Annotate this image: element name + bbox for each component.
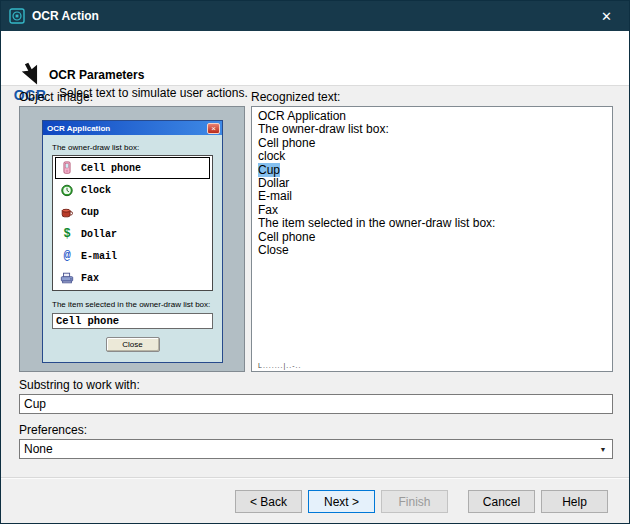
back-button[interactable]: < Back [235, 490, 302, 513]
cancel-button[interactable]: Cancel [468, 490, 535, 513]
ocr-action-dialog: OCR Action ✕ OCR OCR Parameters Select t… [0, 0, 630, 524]
finish-button: Finish [381, 490, 448, 513]
next-button[interactable]: Next > [308, 490, 375, 513]
help-button[interactable]: Help [541, 490, 608, 513]
footer: < BackNext >FinishCancelHelp [1, 1, 629, 523]
